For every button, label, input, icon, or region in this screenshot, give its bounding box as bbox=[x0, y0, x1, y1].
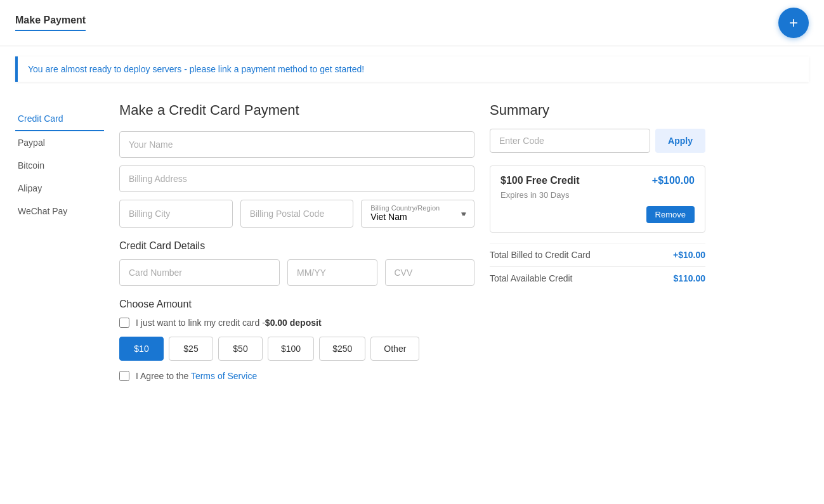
billing-postal-input[interactable] bbox=[240, 200, 354, 228]
credit-header: $100 Free Credit +$100.00 bbox=[500, 175, 695, 186]
promo-code-input[interactable] bbox=[490, 129, 650, 153]
tos-row: I Agree to the Terms of Service bbox=[119, 371, 474, 381]
sidebar-item-bitcoin[interactable]: Bitcoin bbox=[15, 154, 104, 177]
fab-add-button[interactable]: + bbox=[778, 8, 809, 38]
tos-link[interactable]: Terms of Service bbox=[191, 371, 257, 381]
credit-block: $100 Free Credit +$100.00 Expires in 30 … bbox=[490, 165, 705, 233]
amount-btn-50[interactable]: $50 bbox=[218, 337, 263, 361]
choose-amount-section: Choose Amount I just want to link my cre… bbox=[119, 299, 474, 381]
name-field-wrap bbox=[119, 131, 474, 158]
card-details-row bbox=[119, 259, 474, 286]
link-only-checkbox[interactable] bbox=[119, 318, 129, 328]
sidebar: Credit Card Paypal Bitcoin Alipay WeChat… bbox=[15, 102, 104, 381]
promo-row: Apply bbox=[490, 129, 705, 153]
available-label: Total Available Credit bbox=[490, 273, 572, 283]
tos-label: I Agree to the Terms of Service bbox=[136, 371, 257, 381]
billing-country-wrap: Billing Country/Region Viet Nam United S… bbox=[361, 200, 474, 228]
sidebar-item-credit-card[interactable]: Credit Card bbox=[15, 107, 104, 131]
header: Make Payment + bbox=[0, 0, 824, 46]
amount-btn-10[interactable]: $10 bbox=[119, 337, 164, 361]
amount-btn-100[interactable]: $100 bbox=[268, 337, 314, 361]
summary-line-available: Total Available Credit $110.00 bbox=[490, 266, 705, 290]
billing-country-select[interactable]: Viet Nam United States United Kingdom Au… bbox=[370, 212, 465, 222]
billing-address-input[interactable] bbox=[119, 165, 474, 192]
credit-title: $100 Free Credit bbox=[500, 175, 580, 186]
billed-value: +$10.00 bbox=[673, 250, 705, 260]
amount-buttons-group: $10 $25 $50 $100 $250 Other bbox=[119, 337, 474, 361]
amount-btn-other[interactable]: Other bbox=[370, 337, 419, 361]
credit-amount: +$100.00 bbox=[652, 175, 695, 186]
summary-panel: Summary Apply $100 Free Credit +$100.00 … bbox=[490, 102, 705, 381]
card-details-title: Credit Card Details bbox=[119, 240, 474, 252]
card-number-input[interactable] bbox=[119, 259, 280, 286]
credit-expires: Expires in 30 Days bbox=[500, 190, 695, 200]
summary-line-billed: Total Billed to Credit Card +$10.00 bbox=[490, 243, 705, 266]
billed-label: Total Billed to Credit Card bbox=[490, 250, 591, 260]
available-value: $110.00 bbox=[673, 273, 705, 283]
amount-btn-250[interactable]: $250 bbox=[319, 337, 365, 361]
remove-credit-button[interactable]: Remove bbox=[646, 206, 695, 223]
summary-title: Summary bbox=[490, 102, 705, 119]
tos-checkbox[interactable] bbox=[119, 371, 129, 381]
apply-promo-button[interactable]: Apply bbox=[655, 129, 705, 153]
main-content: Credit Card Paypal Bitcoin Alipay WeChat… bbox=[0, 92, 824, 391]
sidebar-item-wechat-pay[interactable]: WeChat Pay bbox=[15, 200, 104, 223]
sidebar-item-paypal[interactable]: Paypal bbox=[15, 131, 104, 154]
address-field-wrap bbox=[119, 165, 474, 192]
payment-form: Make a Credit Card Payment Billing Count… bbox=[119, 102, 474, 381]
expiry-input[interactable] bbox=[287, 259, 377, 286]
form-title: Make a Credit Card Payment bbox=[119, 102, 474, 119]
billing-city-input[interactable] bbox=[119, 200, 233, 228]
name-input[interactable] bbox=[119, 131, 474, 158]
amount-btn-25[interactable]: $25 bbox=[169, 337, 213, 361]
billing-row: Billing Country/Region Viet Nam United S… bbox=[119, 200, 474, 228]
banner-text: You are almost ready to deploy servers -… bbox=[28, 64, 364, 74]
link-only-label: I just want to link my credit card -$0.0… bbox=[136, 318, 322, 328]
sidebar-item-alipay[interactable]: Alipay bbox=[15, 177, 104, 200]
choose-amount-title: Choose Amount bbox=[119, 299, 474, 310]
cvv-input[interactable] bbox=[385, 259, 475, 286]
page-title: Make Payment bbox=[15, 15, 86, 31]
info-banner: You are almost ready to deploy servers -… bbox=[15, 56, 809, 82]
link-only-row: I just want to link my credit card -$0.0… bbox=[119, 318, 474, 328]
country-label: Billing Country/Region bbox=[362, 202, 448, 212]
